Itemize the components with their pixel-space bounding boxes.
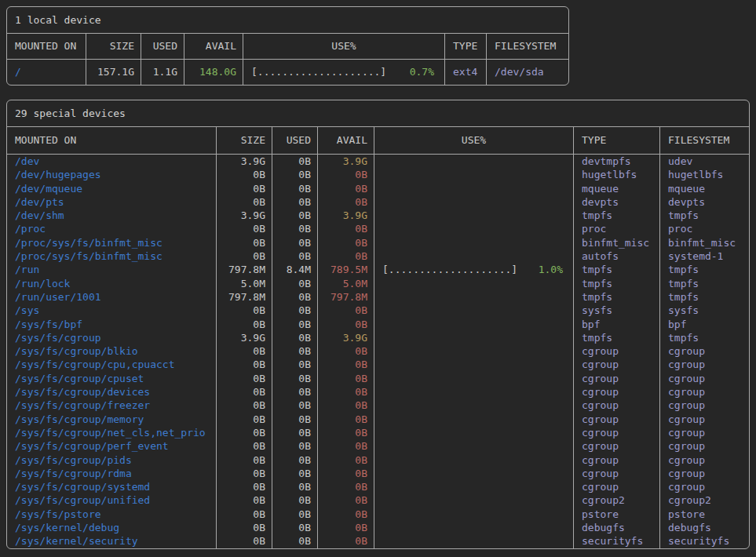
table-row: /sys/fs/cgroup/perf_event0B0B0Bcgroupcgr… [7,439,749,453]
table-row: /sys/fs/cgroup/rdma0B0B0Bcgroupcgroup [7,467,749,480]
type-cell: autofs [574,249,660,263]
mount-cell: /sys/fs/pstore [7,508,217,521]
use-percent-cell [374,521,574,534]
use-percent-cell [374,277,574,290]
mount-cell: /run [7,263,217,276]
used-cell: 0B [272,155,318,168]
local-devices-table: 1 local device MOUNTED ONSIZEUSEDAVAILUS… [6,6,569,86]
type-cell: cgroup [574,453,660,467]
column-header-mounted-on: MOUNTED ON [7,34,86,59]
table-row: /run797.8M8.4M789.5M[...................… [7,263,749,276]
size-cell: 3.9G [217,331,272,344]
avail-cell: 0B [318,439,374,453]
table-row: /sys/fs/cgroup/net_cls,net_prio0B0B0Bcgr… [7,426,749,439]
special-table-title: 29 special devices [7,100,749,127]
size-cell: 0B [217,521,272,534]
use-percent-cell [374,508,574,521]
size-cell: 0B [217,453,272,467]
terminal-output: 1 local device MOUNTED ONSIZEUSEDAVAILUS… [0,0,756,555]
filesystem-cell: binfmt_misc [660,236,750,249]
mount-cell: / [7,60,86,85]
type-cell: tmpfs [574,331,660,344]
avail-cell: 0B [318,534,374,548]
avail-cell: 3.9G [318,209,374,222]
used-cell: 0B [272,467,318,480]
mount-cell: /proc/sys/fs/binfmt_misc [7,249,217,263]
type-cell: cgroup [574,385,660,399]
type-cell: cgroup [574,439,660,453]
column-header-use-: USE% [243,34,445,59]
used-cell: 0B [272,426,318,439]
avail-cell: 0B [318,467,374,480]
use-percent-cell [374,168,574,181]
used-cell: 0B [272,277,318,290]
mount-cell: /dev/mqueue [7,182,217,195]
size-cell: 797.8M [217,263,272,276]
used-cell: 0B [272,534,318,548]
used-cell: 0B [272,344,318,358]
column-header-filesystem: FILESYSTEM [660,127,750,154]
filesystem-cell: udev [660,155,750,168]
use-percent-cell: [....................]1.0% [374,263,574,276]
table-row: /dev/mqueue0B0B0Bmqueuemqueue [7,182,749,195]
used-cell: 8.4M [272,263,318,276]
mount-cell: /dev/hugepages [7,168,217,181]
used-cell: 0B [272,521,318,534]
use-percent-cell [374,493,574,507]
special-table-rows: /dev3.9G0B3.9Gdevtmpfsudev/dev/hugepages… [7,155,749,548]
use-percent-cell [374,344,574,358]
size-cell: 0B [217,493,272,507]
avail-cell: 0B [318,399,374,412]
type-cell: tmpfs [574,263,660,276]
mount-cell: /dev/shm [7,209,217,222]
filesystem-cell: hugetlbfs [660,168,750,181]
local-table-header-row: MOUNTED ONSIZEUSEDAVAILUSE%TYPEFILESYSTE… [7,34,568,60]
filesystem-cell: mqueue [660,182,750,195]
type-cell: cgroup [574,467,660,480]
use-percent-cell [374,399,574,412]
mount-cell: /sys/fs/bpf [7,318,217,331]
use-percent-cell [374,358,574,371]
filesystem-cell: tmpfs [660,331,750,344]
used-cell: 0B [272,413,318,426]
mount-cell: /sys/kernel/security [7,534,217,548]
filesystem-cell: tmpfs [660,209,750,222]
size-cell: 0B [217,508,272,521]
use-percent-cell [374,453,574,467]
use-percent-cell [374,209,574,222]
use-percent-cell [374,222,574,235]
mount-cell: /sys/kernel/debug [7,521,217,534]
avail-cell: 0B [318,195,374,209]
size-cell: 0B [217,413,272,426]
used-cell: 0B [272,195,318,209]
avail-cell: 789.5M [318,263,374,276]
usage-bar: [....................] [382,263,517,276]
filesystem-cell: tmpfs [660,290,750,304]
avail-cell: 5.0M [318,277,374,290]
type-cell: cgroup [574,426,660,439]
size-cell: 5.0M [217,277,272,290]
filesystem-cell: tmpfs [660,277,750,290]
usage-bar: [....................] [251,60,386,85]
column-header-size: SIZE [217,127,272,154]
type-cell: securityfs [574,534,660,548]
size-cell: 0B [217,439,272,453]
table-row: /dev/shm3.9G0B3.9Gtmpfstmpfs [7,209,749,222]
avail-cell: 3.9G [318,155,374,168]
mount-cell: /sys/fs/cgroup/cpuset [7,372,217,385]
filesystem-cell: cgroup [660,399,750,412]
filesystem-cell: cgroup [660,344,750,358]
avail-cell: 0B [318,222,374,235]
used-cell: 0B [272,439,318,453]
use-percent-cell [374,236,574,249]
filesystem-cell: cgroup [660,426,750,439]
type-cell: cgroup2 [574,493,660,507]
size-cell: 0B [217,195,272,209]
mount-cell: /proc/sys/fs/binfmt_misc [7,236,217,249]
table-row: /sys/fs/cgroup/cpuset0B0B0Bcgroupcgroup [7,372,749,385]
type-cell: pstore [574,508,660,521]
filesystem-cell: securityfs [660,534,750,548]
avail-cell: 0B [318,521,374,534]
filesystem-cell: systemd-1 [660,249,750,263]
filesystem-cell: cgroup [660,467,750,480]
